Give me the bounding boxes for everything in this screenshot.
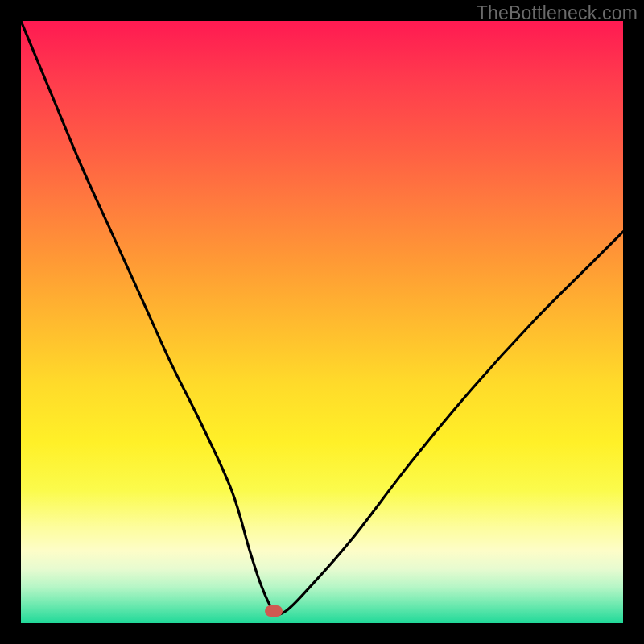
watermark-text: TheBottleneck.com [477, 2, 638, 24]
curve-path [21, 21, 623, 614]
chart-plot-area [21, 21, 623, 623]
chart-frame: TheBottleneck.com [0, 0, 644, 644]
optimum-marker [265, 605, 283, 617]
bottleneck-curve [21, 21, 623, 623]
